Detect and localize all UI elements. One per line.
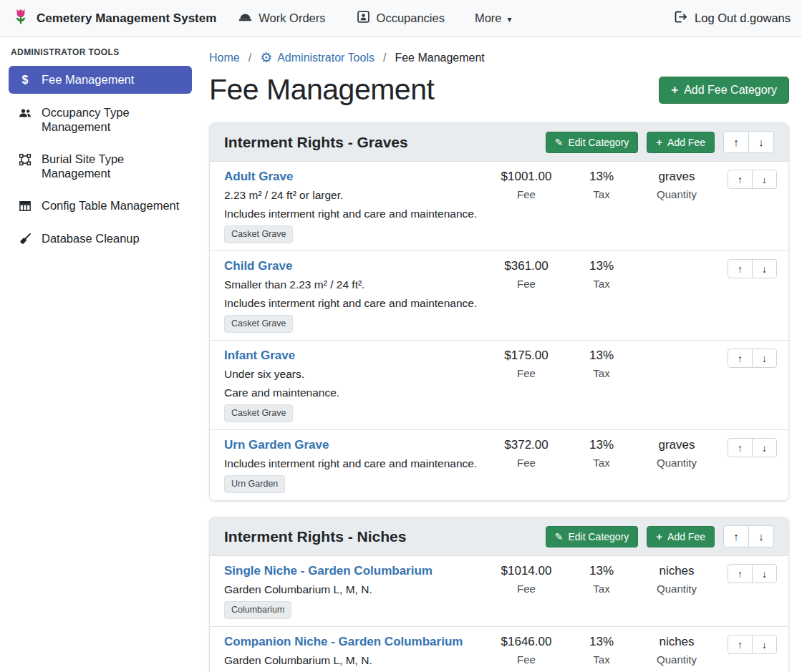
arrow-down-icon: ↓ — [758, 136, 764, 148]
fee-details: Urn Garden Grave Includes interment righ… — [224, 438, 485, 493]
plus-icon: + — [656, 532, 662, 542]
arrow-down-icon: ↓ — [762, 353, 767, 364]
fee-name-link[interactable]: Urn Garden Grave — [224, 438, 478, 452]
fee-description-1: Garden Columbarium L, M, N. — [224, 653, 478, 668]
sidebar-item-fee-management[interactable]: $ Fee Management — [9, 66, 192, 94]
move-fee-down-button[interactable]: ↓ — [752, 349, 777, 368]
breadcrumb-admin-tools-link[interactable]: ⚙ Administrator Tools — [260, 52, 375, 64]
arrow-up-icon: ↑ — [733, 136, 739, 148]
move-category-down-button[interactable]: ↓ — [748, 131, 774, 153]
sidebar-item-label: Config Table Management — [42, 198, 179, 213]
fee-amount: $175.00 — [485, 349, 568, 363]
tax-label: Tax — [568, 367, 635, 379]
arrow-up-icon: ↑ — [738, 442, 743, 454]
add-fee-category-label: Add Fee Category — [684, 84, 777, 97]
edit-category-button[interactable]: ✎ Edit Category — [546, 132, 639, 153]
logout-icon — [673, 9, 688, 27]
fee-name-link[interactable]: Infant Grave — [224, 349, 478, 363]
dollar-icon: $ — [18, 73, 32, 87]
hard-hat-icon — [238, 9, 253, 27]
move-category-up-button[interactable]: ↑ — [723, 131, 749, 153]
sidebar-item-config-table-management[interactable]: Config Table Management — [9, 192, 192, 220]
tax-column: 13% Tax — [568, 438, 635, 469]
gear-icon: ⚙ — [260, 52, 272, 64]
sidebar-item-occupancy-type-management[interactable]: Occupancy Type Management — [9, 99, 192, 140]
fee-category-card: Interment Rights - Graves ✎ Edit Categor… — [209, 122, 789, 501]
fee-reorder-controls: ↑ ↓ — [718, 349, 777, 368]
fee-name-link[interactable]: Companion Niche - Garden Columbarium — [224, 635, 478, 649]
move-fee-up-button[interactable]: ↑ — [728, 170, 753, 189]
fee-type-badge: Casket Grave — [224, 315, 293, 333]
fee-reorder-controls: ↑ ↓ — [718, 564, 777, 583]
logout-button[interactable]: Log Out d.gowans — [673, 9, 791, 27]
fee-name-link[interactable]: Adult Grave — [224, 170, 478, 184]
tax-column: 13% Tax — [568, 170, 635, 200]
category-actions: ✎ Edit Category + Add Fee ↑ ↓ — [546, 525, 774, 547]
arrow-down-icon: ↓ — [762, 263, 767, 275]
plus-icon: + — [671, 85, 678, 95]
category-reorder-controls: ↑ ↓ — [723, 131, 774, 153]
move-fee-up-button[interactable]: ↑ — [728, 564, 753, 583]
move-fee-down-button[interactable]: ↓ — [752, 564, 777, 583]
logout-label: Log Out d.gowans — [695, 11, 791, 25]
fee-row: Urn Garden Grave Includes interment righ… — [210, 429, 788, 500]
add-fee-button[interactable]: + Add Fee — [647, 132, 715, 153]
fee-description-2: Includes interment right and care and ma… — [224, 207, 478, 221]
users-icon — [18, 106, 32, 120]
breadcrumb-separator: / — [248, 52, 251, 64]
edit-category-button[interactable]: ✎ Edit Category — [546, 526, 639, 547]
sidebar-item-burial-site-type-management[interactable]: Burial Site Type Management — [9, 145, 192, 187]
app-brand[interactable]: Cemetery Management System — [11, 7, 216, 29]
bounding-box-icon — [18, 152, 32, 167]
arrow-down-icon: ↓ — [762, 639, 767, 651]
move-fee-up-button[interactable]: ↑ — [728, 349, 753, 368]
arrow-up-icon: ↑ — [738, 263, 743, 275]
quantity-label: Quantity — [635, 188, 718, 200]
occupant-frame-icon — [356, 9, 371, 27]
plus-icon: + — [656, 137, 662, 147]
arrow-down-icon: ↓ — [762, 568, 767, 580]
quantity-unit: niches — [635, 564, 718, 578]
fee-description-2: Includes interment right and care and ma… — [224, 296, 478, 311]
move-fee-up-button[interactable]: ↑ — [728, 635, 753, 654]
move-fee-down-button[interactable]: ↓ — [752, 170, 777, 189]
tax-label: Tax — [568, 653, 635, 666]
fee-row: Adult Grave 2.23 m² / 24 ft² or larger. … — [210, 162, 788, 250]
fee-details: Companion Niche - Garden Columbarium Gar… — [224, 635, 485, 672]
fee-amount-label: Fee — [485, 583, 568, 595]
move-category-up-button[interactable]: ↑ — [723, 525, 749, 547]
move-category-down-button[interactable]: ↓ — [748, 525, 774, 547]
tax-value: 13% — [568, 438, 635, 452]
fee-reorder-controls: ↑ ↓ — [718, 635, 777, 654]
nav-occupancies[interactable]: Occupancies — [356, 9, 445, 27]
nav-work-orders-label: Work Orders — [259, 11, 325, 25]
breadcrumb-home-link[interactable]: Home — [209, 52, 240, 64]
tax-value: 13% — [568, 259, 635, 273]
move-fee-up-button[interactable]: ↑ — [728, 259, 753, 278]
fee-list: Adult Grave 2.23 m² / 24 ft² or larger. … — [210, 162, 788, 500]
fee-name-link[interactable]: Child Grave — [224, 259, 478, 273]
breadcrumb-separator: / — [383, 52, 386, 64]
fee-amount: $361.00 — [485, 259, 568, 273]
fee-name-link[interactable]: Single Niche - Garden Columbarium — [224, 564, 478, 578]
breadcrumb-current: Fee Management — [395, 52, 484, 64]
category-actions: ✎ Edit Category + Add Fee ↑ ↓ — [546, 131, 774, 153]
fee-list: Single Niche - Garden Columbarium Garden… — [210, 556, 788, 672]
sidebar-item-database-cleanup[interactable]: Database Cleanup — [9, 225, 192, 253]
move-fee-down-button[interactable]: ↓ — [752, 635, 777, 654]
nav-more[interactable]: More ▾ — [475, 11, 512, 25]
add-fee-button[interactable]: + Add Fee — [647, 526, 715, 547]
add-fee-category-button[interactable]: + Add Fee Category — [659, 77, 789, 104]
arrow-up-icon: ↑ — [738, 568, 743, 580]
fee-row: Single Niche - Garden Columbarium Garden… — [210, 556, 788, 626]
move-fee-down-button[interactable]: ↓ — [752, 259, 777, 278]
fee-row: Infant Grave Under six years. Care and m… — [210, 340, 788, 429]
move-fee-up-button[interactable]: ↑ — [728, 438, 753, 457]
nav-work-orders[interactable]: Work Orders — [238, 9, 325, 27]
quantity-column: niches Quantity — [635, 564, 718, 595]
fee-row: Child Grave Smaller than 2.23 m² / 24 ft… — [210, 250, 788, 340]
sidebar-item-label: Database Cleanup — [42, 231, 140, 245]
quantity-label: Quantity — [635, 457, 718, 469]
move-fee-down-button[interactable]: ↓ — [752, 438, 777, 457]
category-container: Interment Rights - Graves ✎ Edit Categor… — [209, 122, 789, 672]
